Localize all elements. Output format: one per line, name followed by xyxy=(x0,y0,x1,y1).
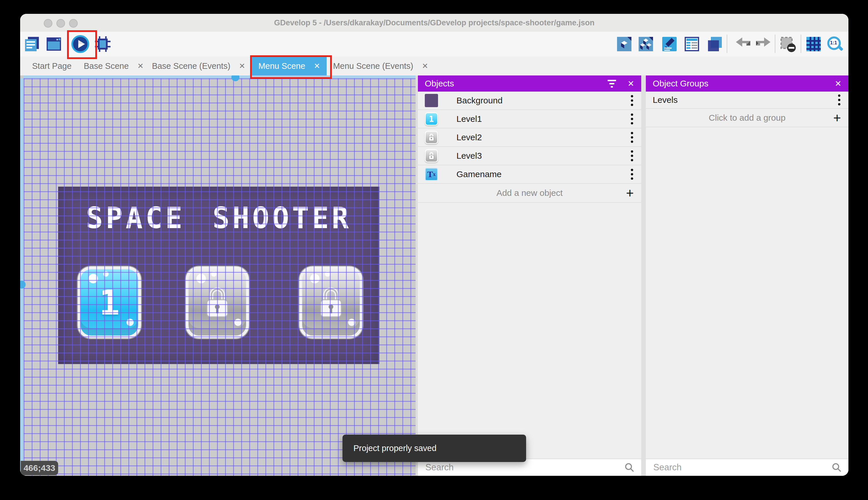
scene-editor-canvas[interactable]: SPACE SHOOTER 1 xyxy=(20,76,415,476)
close-tab-icon[interactable]: ✕ xyxy=(422,61,428,70)
clear-selection-icon[interactable] xyxy=(779,36,796,53)
object-row-level1[interactable]: 1 Level1 xyxy=(418,110,641,128)
toolbar-divider xyxy=(727,35,727,53)
level1-thumbnail: 1 xyxy=(425,112,438,126)
text-object-thumbnail: Tx xyxy=(425,168,438,181)
layers-icon[interactable] xyxy=(706,36,723,53)
object-row-level3[interactable]: Level3 xyxy=(418,147,641,165)
game-title-text-object[interactable]: SPACE SHOOTER xyxy=(58,201,379,235)
close-panel-icon[interactable]: ✕ xyxy=(628,79,634,88)
object-menu-icon[interactable] xyxy=(630,131,634,144)
lock-icon xyxy=(428,133,435,141)
start-page-window-icon[interactable] xyxy=(46,36,62,53)
object-menu-icon[interactable] xyxy=(630,149,634,162)
objects-panel: Objects ✕ Background 1 Level1 xyxy=(418,76,641,476)
vertical-scrollbar[interactable] xyxy=(20,78,24,476)
close-panel-icon[interactable]: ✕ xyxy=(835,79,842,88)
add-object-row[interactable]: Add a new object + xyxy=(418,184,641,203)
redo-icon[interactable] xyxy=(755,36,772,53)
objects-panel-header: Objects ✕ xyxy=(418,76,641,92)
add-object-plus-icon[interactable]: + xyxy=(626,185,634,201)
horizontal-scroll-thumb[interactable] xyxy=(231,76,239,81)
vertical-scroll-thumb[interactable] xyxy=(20,281,26,288)
project-manager-icon[interactable] xyxy=(24,36,40,53)
object-row-background[interactable]: Background xyxy=(418,92,641,110)
add-group-plus-icon[interactable]: + xyxy=(833,110,841,126)
tab-menu-scene[interactable]: Menu Scene ✕ xyxy=(252,56,327,76)
level1-button-object[interactable]: 1 xyxy=(78,266,141,338)
object-groups-panel: Object Groups ✕ Levels Click to add a gr… xyxy=(646,76,848,476)
groups-search-input[interactable] xyxy=(653,462,832,473)
cursor-coordinates-badge: 466;433 xyxy=(21,461,58,475)
save-toast: Project properly saved xyxy=(342,435,526,462)
properties-icon[interactable] xyxy=(661,36,678,53)
toggle-grid-icon[interactable] xyxy=(805,36,822,53)
debug-icon[interactable] xyxy=(94,36,111,53)
gdevelop-window: GDevelop 5 - /Users/dkarakay/Documents/G… xyxy=(20,14,848,476)
lock-icon xyxy=(318,286,344,319)
window-title: GDevelop 5 - /Users/dkarakay/Documents/G… xyxy=(20,14,848,32)
level2-button-object[interactable] xyxy=(186,266,249,338)
object-groups-panel-title: Object Groups xyxy=(653,79,708,88)
zoom-original-icon[interactable]: 1:1 xyxy=(826,36,844,54)
play-preview-icon[interactable] xyxy=(71,35,89,53)
group-row-levels[interactable]: Levels xyxy=(646,92,848,109)
lock-icon xyxy=(428,152,435,160)
filter-icon[interactable] xyxy=(608,80,616,88)
objects-list-icon[interactable] xyxy=(637,36,654,53)
toolbar-divider xyxy=(775,35,775,53)
toolbar-divider xyxy=(801,35,801,53)
objects-panel-title: Objects xyxy=(425,79,454,88)
horizontal-scrollbar[interactable] xyxy=(24,76,415,78)
editor-tabs: Start Page Base Scene ✕ Base Scene (Even… xyxy=(20,56,848,76)
background-thumbnail xyxy=(425,94,438,107)
undo-icon[interactable] xyxy=(735,36,751,53)
object-menu-icon[interactable] xyxy=(630,168,634,181)
object-row-level2[interactable]: Level2 xyxy=(418,128,641,147)
main-toolbar: 1:1 xyxy=(20,32,848,57)
search-icon xyxy=(832,463,842,472)
object-menu-icon[interactable] xyxy=(630,112,634,126)
level3-button-object[interactable] xyxy=(299,266,363,338)
close-tab-icon[interactable]: ✕ xyxy=(137,61,144,70)
tab-menu-scene-events[interactable]: Menu Scene (Events) ✕ xyxy=(327,56,435,76)
tab-base-scene-events[interactable]: Base Scene (Events) ✕ xyxy=(147,56,250,76)
close-tab-icon[interactable]: ✕ xyxy=(314,61,320,70)
tab-base-scene[interactable]: Base Scene ✕ xyxy=(81,56,147,76)
objects-search-input[interactable] xyxy=(425,462,624,473)
toast-message: Project properly saved xyxy=(353,444,437,453)
groups-search-bar xyxy=(646,458,848,476)
zoom-ratio-label: 1:1 xyxy=(830,40,837,46)
tab-start-page[interactable]: Start Page xyxy=(23,56,81,76)
panel-splitter[interactable] xyxy=(415,76,418,476)
group-menu-icon[interactable] xyxy=(837,93,842,106)
object-groups-panel-header: Object Groups ✕ xyxy=(646,76,848,92)
level3-thumbnail xyxy=(425,149,438,162)
add-group-row[interactable]: Click to add a group + xyxy=(646,109,848,127)
add-object-icon[interactable] xyxy=(616,36,633,53)
close-tab-icon[interactable]: ✕ xyxy=(239,61,245,70)
object-menu-icon[interactable] xyxy=(630,94,634,107)
title-bar: GDevelop 5 - /Users/dkarakay/Documents/G… xyxy=(20,14,848,32)
search-icon xyxy=(624,463,634,472)
object-row-gamename[interactable]: Tx Gamename xyxy=(418,165,641,184)
scene-background-object[interactable]: SPACE SHOOTER 1 xyxy=(58,186,379,364)
level2-thumbnail xyxy=(425,131,438,144)
panel-splitter[interactable] xyxy=(641,76,646,476)
instances-list-icon[interactable] xyxy=(683,36,700,53)
lock-icon xyxy=(204,286,231,319)
